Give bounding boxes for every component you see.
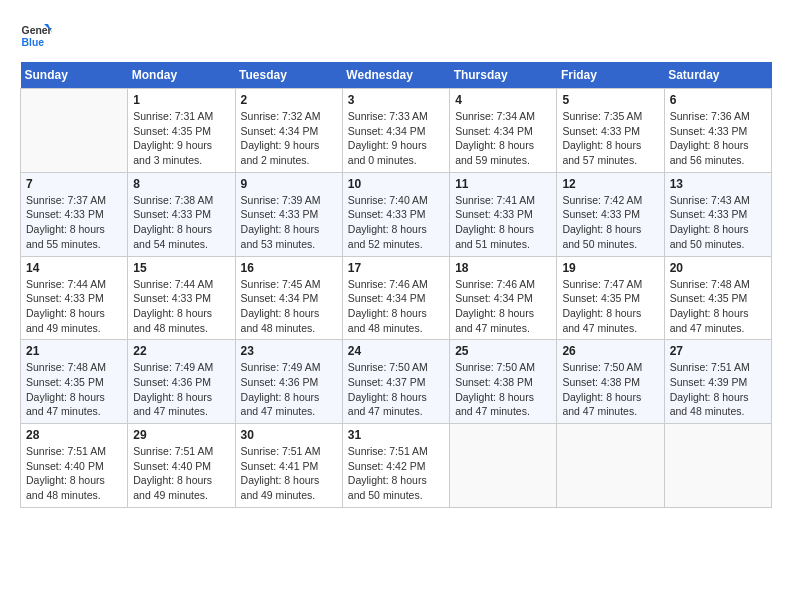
day-info: Sunrise: 7:49 AMSunset: 4:36 PMDaylight:… xyxy=(133,360,229,419)
calendar-cell: 2Sunrise: 7:32 AMSunset: 4:34 PMDaylight… xyxy=(235,89,342,173)
calendar-cell: 15Sunrise: 7:44 AMSunset: 4:33 PMDayligh… xyxy=(128,256,235,340)
day-number: 27 xyxy=(670,344,766,358)
calendar-cell: 13Sunrise: 7:43 AMSunset: 4:33 PMDayligh… xyxy=(664,172,771,256)
day-number: 8 xyxy=(133,177,229,191)
calendar-cell: 6Sunrise: 7:36 AMSunset: 4:33 PMDaylight… xyxy=(664,89,771,173)
day-info: Sunrise: 7:44 AMSunset: 4:33 PMDaylight:… xyxy=(133,277,229,336)
calendar-cell xyxy=(557,424,664,508)
calendar-week-5: 28Sunrise: 7:51 AMSunset: 4:40 PMDayligh… xyxy=(21,424,772,508)
day-number: 22 xyxy=(133,344,229,358)
calendar-cell: 14Sunrise: 7:44 AMSunset: 4:33 PMDayligh… xyxy=(21,256,128,340)
day-info: Sunrise: 7:49 AMSunset: 4:36 PMDaylight:… xyxy=(241,360,337,419)
weekday-saturday: Saturday xyxy=(664,62,771,89)
day-number: 28 xyxy=(26,428,122,442)
day-info: Sunrise: 7:50 AMSunset: 4:38 PMDaylight:… xyxy=(562,360,658,419)
day-number: 13 xyxy=(670,177,766,191)
day-info: Sunrise: 7:35 AMSunset: 4:33 PMDaylight:… xyxy=(562,109,658,168)
day-info: Sunrise: 7:51 AMSunset: 4:40 PMDaylight:… xyxy=(133,444,229,503)
day-number: 19 xyxy=(562,261,658,275)
day-info: Sunrise: 7:41 AMSunset: 4:33 PMDaylight:… xyxy=(455,193,551,252)
day-number: 3 xyxy=(348,93,444,107)
day-number: 23 xyxy=(241,344,337,358)
calendar-cell xyxy=(450,424,557,508)
svg-text:Blue: Blue xyxy=(22,37,45,48)
day-info: Sunrise: 7:48 AMSunset: 4:35 PMDaylight:… xyxy=(670,277,766,336)
calendar-week-4: 21Sunrise: 7:48 AMSunset: 4:35 PMDayligh… xyxy=(21,340,772,424)
calendar-week-3: 14Sunrise: 7:44 AMSunset: 4:33 PMDayligh… xyxy=(21,256,772,340)
day-info: Sunrise: 7:45 AMSunset: 4:34 PMDaylight:… xyxy=(241,277,337,336)
calendar-cell: 3Sunrise: 7:33 AMSunset: 4:34 PMDaylight… xyxy=(342,89,449,173)
day-number: 15 xyxy=(133,261,229,275)
calendar-cell: 16Sunrise: 7:45 AMSunset: 4:34 PMDayligh… xyxy=(235,256,342,340)
calendar-cell: 28Sunrise: 7:51 AMSunset: 4:40 PMDayligh… xyxy=(21,424,128,508)
day-number: 12 xyxy=(562,177,658,191)
calendar-cell: 25Sunrise: 7:50 AMSunset: 4:38 PMDayligh… xyxy=(450,340,557,424)
calendar-cell: 21Sunrise: 7:48 AMSunset: 4:35 PMDayligh… xyxy=(21,340,128,424)
day-info: Sunrise: 7:36 AMSunset: 4:33 PMDaylight:… xyxy=(670,109,766,168)
day-number: 1 xyxy=(133,93,229,107)
weekday-sunday: Sunday xyxy=(21,62,128,89)
day-info: Sunrise: 7:38 AMSunset: 4:33 PMDaylight:… xyxy=(133,193,229,252)
calendar-cell: 22Sunrise: 7:49 AMSunset: 4:36 PMDayligh… xyxy=(128,340,235,424)
calendar-cell: 4Sunrise: 7:34 AMSunset: 4:34 PMDaylight… xyxy=(450,89,557,173)
day-info: Sunrise: 7:46 AMSunset: 4:34 PMDaylight:… xyxy=(455,277,551,336)
day-number: 17 xyxy=(348,261,444,275)
calendar-cell: 30Sunrise: 7:51 AMSunset: 4:41 PMDayligh… xyxy=(235,424,342,508)
calendar-cell: 19Sunrise: 7:47 AMSunset: 4:35 PMDayligh… xyxy=(557,256,664,340)
calendar-cell: 8Sunrise: 7:38 AMSunset: 4:33 PMDaylight… xyxy=(128,172,235,256)
calendar-cell: 26Sunrise: 7:50 AMSunset: 4:38 PMDayligh… xyxy=(557,340,664,424)
day-number: 10 xyxy=(348,177,444,191)
day-number: 4 xyxy=(455,93,551,107)
calendar-week-1: 1Sunrise: 7:31 AMSunset: 4:35 PMDaylight… xyxy=(21,89,772,173)
day-info: Sunrise: 7:50 AMSunset: 4:38 PMDaylight:… xyxy=(455,360,551,419)
calendar-cell: 23Sunrise: 7:49 AMSunset: 4:36 PMDayligh… xyxy=(235,340,342,424)
weekday-wednesday: Wednesday xyxy=(342,62,449,89)
weekday-header-row: SundayMondayTuesdayWednesdayThursdayFrid… xyxy=(21,62,772,89)
day-number: 11 xyxy=(455,177,551,191)
day-info: Sunrise: 7:48 AMSunset: 4:35 PMDaylight:… xyxy=(26,360,122,419)
calendar-cell: 11Sunrise: 7:41 AMSunset: 4:33 PMDayligh… xyxy=(450,172,557,256)
logo: General Blue xyxy=(20,20,52,52)
calendar-cell: 31Sunrise: 7:51 AMSunset: 4:42 PMDayligh… xyxy=(342,424,449,508)
calendar-cell: 27Sunrise: 7:51 AMSunset: 4:39 PMDayligh… xyxy=(664,340,771,424)
calendar-week-2: 7Sunrise: 7:37 AMSunset: 4:33 PMDaylight… xyxy=(21,172,772,256)
calendar-cell: 1Sunrise: 7:31 AMSunset: 4:35 PMDaylight… xyxy=(128,89,235,173)
calendar-cell: 18Sunrise: 7:46 AMSunset: 4:34 PMDayligh… xyxy=(450,256,557,340)
page-header: General Blue xyxy=(20,20,772,52)
day-number: 14 xyxy=(26,261,122,275)
day-info: Sunrise: 7:34 AMSunset: 4:34 PMDaylight:… xyxy=(455,109,551,168)
weekday-tuesday: Tuesday xyxy=(235,62,342,89)
day-info: Sunrise: 7:51 AMSunset: 4:41 PMDaylight:… xyxy=(241,444,337,503)
day-number: 6 xyxy=(670,93,766,107)
day-info: Sunrise: 7:46 AMSunset: 4:34 PMDaylight:… xyxy=(348,277,444,336)
day-number: 21 xyxy=(26,344,122,358)
calendar-cell: 7Sunrise: 7:37 AMSunset: 4:33 PMDaylight… xyxy=(21,172,128,256)
weekday-monday: Monday xyxy=(128,62,235,89)
calendar-cell: 29Sunrise: 7:51 AMSunset: 4:40 PMDayligh… xyxy=(128,424,235,508)
day-number: 18 xyxy=(455,261,551,275)
calendar-cell: 12Sunrise: 7:42 AMSunset: 4:33 PMDayligh… xyxy=(557,172,664,256)
day-info: Sunrise: 7:31 AMSunset: 4:35 PMDaylight:… xyxy=(133,109,229,168)
day-number: 31 xyxy=(348,428,444,442)
day-info: Sunrise: 7:37 AMSunset: 4:33 PMDaylight:… xyxy=(26,193,122,252)
day-info: Sunrise: 7:33 AMSunset: 4:34 PMDaylight:… xyxy=(348,109,444,168)
calendar-cell: 9Sunrise: 7:39 AMSunset: 4:33 PMDaylight… xyxy=(235,172,342,256)
day-info: Sunrise: 7:44 AMSunset: 4:33 PMDaylight:… xyxy=(26,277,122,336)
day-info: Sunrise: 7:40 AMSunset: 4:33 PMDaylight:… xyxy=(348,193,444,252)
day-number: 16 xyxy=(241,261,337,275)
day-info: Sunrise: 7:39 AMSunset: 4:33 PMDaylight:… xyxy=(241,193,337,252)
calendar-cell: 17Sunrise: 7:46 AMSunset: 4:34 PMDayligh… xyxy=(342,256,449,340)
weekday-thursday: Thursday xyxy=(450,62,557,89)
day-number: 25 xyxy=(455,344,551,358)
day-info: Sunrise: 7:51 AMSunset: 4:39 PMDaylight:… xyxy=(670,360,766,419)
day-number: 26 xyxy=(562,344,658,358)
day-number: 30 xyxy=(241,428,337,442)
calendar-cell: 24Sunrise: 7:50 AMSunset: 4:37 PMDayligh… xyxy=(342,340,449,424)
day-info: Sunrise: 7:42 AMSunset: 4:33 PMDaylight:… xyxy=(562,193,658,252)
day-info: Sunrise: 7:51 AMSunset: 4:40 PMDaylight:… xyxy=(26,444,122,503)
day-number: 29 xyxy=(133,428,229,442)
day-number: 24 xyxy=(348,344,444,358)
day-number: 7 xyxy=(26,177,122,191)
day-info: Sunrise: 7:50 AMSunset: 4:37 PMDaylight:… xyxy=(348,360,444,419)
weekday-friday: Friday xyxy=(557,62,664,89)
